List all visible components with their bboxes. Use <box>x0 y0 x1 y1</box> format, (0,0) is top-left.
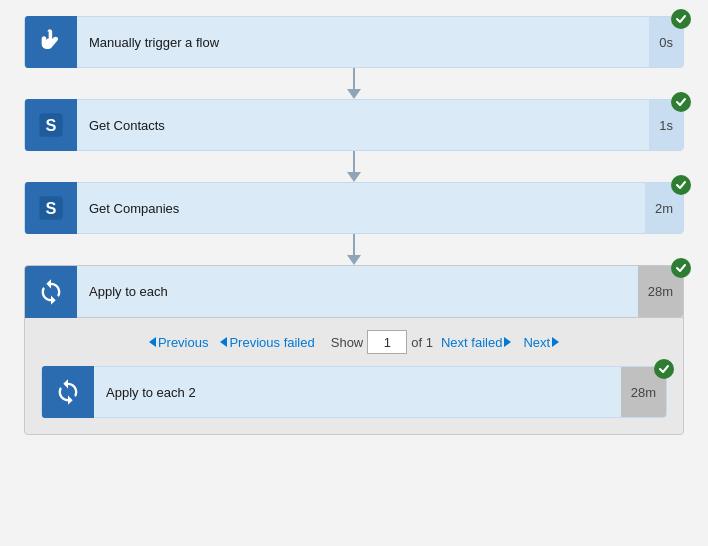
next-failed-button[interactable]: Next failed <box>437 333 515 352</box>
svg-text:S: S <box>46 199 57 217</box>
apply-to-each-check <box>671 258 691 278</box>
of-label: of 1 <box>411 335 433 350</box>
step-trigger: Manually trigger a flow 0s <box>24 16 684 68</box>
next-failed-label: Next failed <box>441 335 502 350</box>
show-label: Show <box>331 335 364 350</box>
step-get-companies: S Get Companies 2m <box>24 182 684 234</box>
apply-to-each-label: Apply to each <box>77 284 638 299</box>
flow-container: Manually trigger a flow 0s S Get Contact… <box>24 16 684 435</box>
step-get-contacts-label: Get Contacts <box>77 118 649 133</box>
page-input[interactable] <box>367 330 407 354</box>
chevron-left-icon <box>149 337 156 347</box>
sharepoint-icon-1: S <box>25 99 77 151</box>
apply-to-each-card: Apply to each 28m Previous Previous fail… <box>24 265 684 435</box>
chevron-right-icon <box>552 337 559 347</box>
previous-failed-button[interactable]: Previous failed <box>216 333 318 352</box>
step-get-contacts: S Get Contacts 1s <box>24 99 684 151</box>
previous-label: Previous <box>158 335 209 350</box>
pagination-row: Previous Previous failed Show of 1 Next … <box>41 330 667 354</box>
next-label: Next <box>523 335 550 350</box>
step-trigger-check <box>671 9 691 29</box>
step-get-companies-check <box>671 175 691 195</box>
connector-3 <box>347 234 361 265</box>
step-get-contacts-check <box>671 92 691 112</box>
connector-1 <box>347 68 361 99</box>
step-apply-to-each-2: Apply to each 2 28m <box>41 366 667 418</box>
svg-text:S: S <box>46 116 57 134</box>
chevron-left-failed-icon <box>220 337 227 347</box>
sharepoint-icon-2: S <box>25 182 77 234</box>
apply-to-each-inner: Previous Previous failed Show of 1 Next … <box>25 318 683 434</box>
next-button[interactable]: Next <box>519 333 563 352</box>
apply-to-each-header: Apply to each 28m <box>25 266 683 318</box>
step-get-companies-label: Get Companies <box>77 201 645 216</box>
step-apply-to-each-2-label: Apply to each 2 <box>94 385 621 400</box>
step-trigger-label: Manually trigger a flow <box>77 35 649 50</box>
loop-icon-2 <box>42 366 94 418</box>
step-apply-to-each-2-check <box>654 359 674 379</box>
previous-button[interactable]: Previous <box>145 333 213 352</box>
connector-2 <box>347 151 361 182</box>
previous-failed-label: Previous failed <box>229 335 314 350</box>
chevron-right-failed-icon <box>504 337 511 347</box>
loop-icon-1 <box>25 266 77 318</box>
trigger-icon <box>25 16 77 68</box>
